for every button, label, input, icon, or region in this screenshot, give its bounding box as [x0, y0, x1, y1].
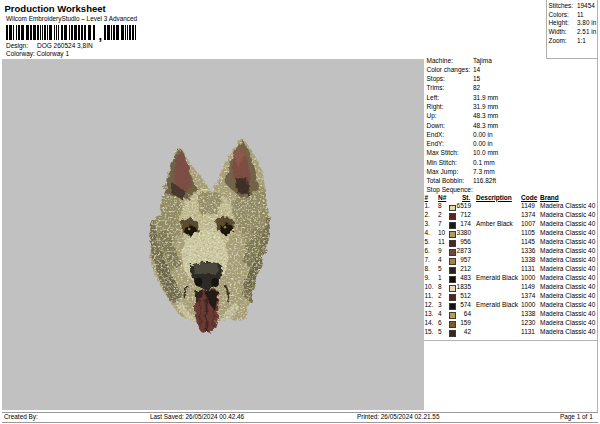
- svg-text:,: ,: [99, 28, 103, 43]
